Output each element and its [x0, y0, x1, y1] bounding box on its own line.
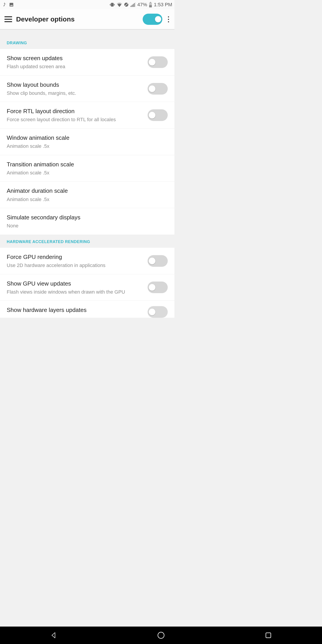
usb-icon	[2, 2, 7, 8]
row-title: Show screen updates	[7, 54, 144, 62]
toggle-show-layout-bounds[interactable]: OFF	[148, 83, 168, 94]
row-window-animation-scale[interactable]: Window animation scale Animation scale .…	[0, 128, 174, 155]
page-title: Developer options	[16, 16, 143, 23]
row-show-layout-bounds[interactable]: Show layout bounds Show clip bounds, mar…	[0, 75, 174, 102]
svg-rect-3	[133, 4, 134, 7]
row-title: Force GPU rendering	[7, 253, 144, 261]
row-subtitle: Flash updated screen area	[7, 64, 144, 70]
row-transition-animation-scale[interactable]: Transition animation scale Animation sca…	[0, 155, 174, 182]
row-subtitle: Flash views inside windows when drawn wi…	[7, 289, 144, 296]
row-subtitle: Animation scale .5x	[7, 170, 164, 176]
wifi-icon	[117, 2, 122, 7]
row-subtitle: Show clip bounds, margins, etc.	[7, 90, 144, 96]
toggle-show-screen-updates[interactable]: OFF	[148, 56, 168, 68]
menu-icon[interactable]	[4, 16, 12, 22]
top-spacer	[0, 30, 174, 36]
toggle-force-rtl[interactable]: OFF	[148, 109, 168, 121]
section-header-hw-accel: HARDWARE ACCELERATED RENDERING	[0, 234, 174, 248]
row-title: Transition animation scale	[7, 160, 164, 168]
section-header-label: DRAWING	[7, 41, 27, 45]
svg-rect-2	[132, 5, 132, 7]
row-subtitle: Animation scale .5x	[7, 143, 164, 150]
section-body-hw-accel: Force GPU rendering Use 2D hardware acce…	[0, 248, 174, 318]
row-title: Show layout bounds	[7, 81, 144, 89]
svg-rect-5	[135, 2, 136, 7]
row-subtitle: Use 2D hardware acceleration in applicat…	[7, 262, 144, 269]
row-force-rtl[interactable]: Force RTL layout direction Force screen …	[0, 102, 174, 128]
section-header-label: HARDWARE ACCELERATED RENDERING	[7, 240, 90, 244]
battery-percent: 47%	[137, 2, 147, 8]
section-body-drawing: Show screen updates Flash updated screen…	[0, 49, 174, 234]
row-subtitle: None	[7, 223, 164, 229]
toggle-show-gpu-view-updates[interactable]: OFF	[148, 282, 168, 293]
row-show-hw-layers-updates[interactable]: Show hardware layers updates OFF	[0, 300, 174, 318]
toggle-force-gpu-rendering[interactable]: OFF	[148, 255, 168, 267]
row-title: Animator duration scale	[7, 187, 164, 195]
signal-icon	[130, 2, 136, 7]
toggle-show-hw-layers-updates[interactable]: OFF	[148, 306, 168, 318]
row-title: Show GPU view updates	[7, 280, 144, 288]
row-title: Simulate secondary displays	[7, 214, 164, 222]
row-show-screen-updates[interactable]: Show screen updates Flash updated screen…	[0, 49, 174, 75]
clock-text: 1:53 PM	[154, 2, 172, 8]
row-title: Force RTL layout direction	[7, 107, 144, 115]
row-force-gpu-rendering[interactable]: Force GPU rendering Use 2D hardware acce…	[0, 248, 174, 274]
row-animator-duration-scale[interactable]: Animator duration scale Animation scale …	[0, 181, 174, 208]
overflow-menu-icon[interactable]	[167, 16, 170, 22]
image-icon	[9, 2, 14, 7]
svg-rect-8	[149, 5, 152, 8]
svg-rect-4	[134, 3, 134, 7]
svg-rect-1	[130, 6, 131, 7]
battery-icon	[149, 2, 152, 8]
status-bar: 47% 1:53 PM	[0, 0, 174, 10]
row-simulate-secondary-displays[interactable]: Simulate secondary displays None	[0, 208, 174, 234]
vibrate-icon	[110, 2, 115, 7]
row-show-gpu-view-updates[interactable]: Show GPU view updates Flash views inside…	[0, 274, 174, 301]
row-title: Show hardware layers updates	[7, 306, 144, 314]
row-subtitle: Force screen layout direction to RTL for…	[7, 116, 144, 123]
row-title: Window animation scale	[7, 134, 164, 142]
do-not-disturb-icon	[124, 2, 129, 7]
section-header-drawing: DRAWING	[0, 36, 174, 49]
row-subtitle: Animation scale .5x	[7, 196, 164, 203]
svg-rect-6	[150, 2, 151, 3]
developer-options-master-toggle[interactable]: ON	[143, 14, 162, 25]
app-bar: Developer options ON	[0, 10, 174, 30]
svg-point-0	[4, 6, 4, 6]
